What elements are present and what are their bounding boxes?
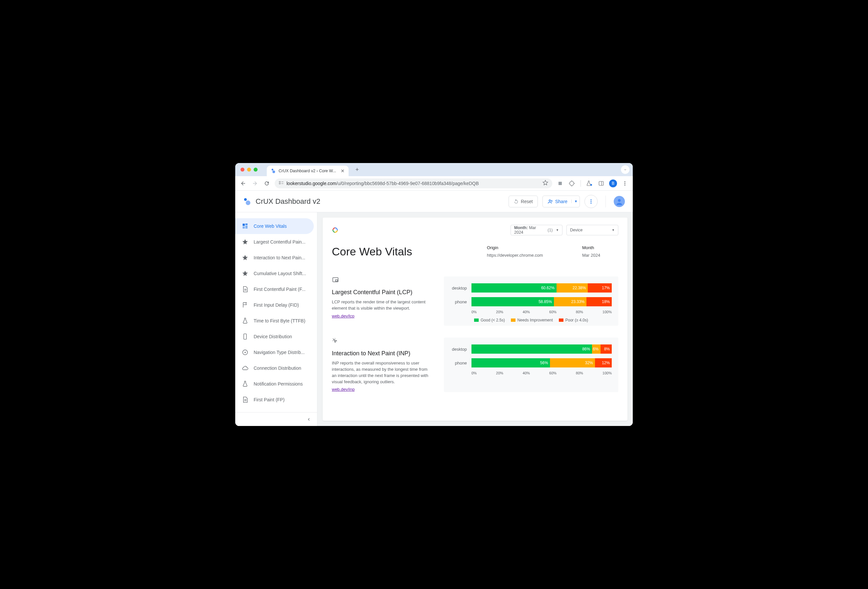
bar-segment-needs-improvement: 23.33%: [554, 297, 586, 306]
sidebar-item-label: Notification Permissions: [254, 381, 303, 386]
device-icon: [242, 333, 248, 340]
svg-point-1: [272, 170, 275, 173]
bar-row: phone 58.85% 23.33% 18%: [450, 296, 612, 307]
browser-menu-icon[interactable]: [621, 179, 629, 187]
close-window-button[interactable]: [241, 168, 244, 172]
origin-label: Origin: [487, 245, 562, 250]
sidebar-item-label: First Input Delay (FID): [254, 302, 299, 308]
reload-button[interactable]: [263, 181, 271, 186]
bar-segment-good: 56%: [471, 358, 550, 367]
sidebar-item[interactable]: Time to First Byte (TTFB): [235, 313, 314, 329]
svg-point-16: [590, 201, 591, 202]
svg-rect-20: [245, 224, 248, 225]
reset-button[interactable]: Reset: [509, 195, 538, 207]
tab-overflow-button[interactable]: [621, 165, 629, 174]
bookmark-star-icon[interactable]: [542, 180, 548, 187]
sidebar-item-label: Core Web Vitals: [254, 223, 287, 229]
looker-studio-logo-icon: [243, 198, 251, 206]
bar-category-label: phone: [450, 299, 467, 304]
filter-row: Month: Mar 2024 (1) ▼ Device ▼: [332, 225, 618, 235]
stacked-bar[interactable]: 56% 32% 12%: [471, 358, 612, 367]
sidebar-item[interactable]: Connection Distribution: [235, 360, 314, 376]
page-title: Core Web Vitals: [332, 245, 467, 258]
minimize-window-button[interactable]: [247, 168, 251, 172]
star-icon: [242, 270, 248, 277]
sidebar-item[interactable]: First Input Delay (FID): [235, 297, 314, 313]
lab-icon: [242, 380, 248, 387]
sidebar-item[interactable]: Device Distribution: [235, 329, 314, 345]
svg-rect-7: [599, 181, 604, 185]
metric-doc-link[interactable]: web.dev/lcp: [332, 314, 354, 318]
metric-doc-link[interactable]: web.dev/inp: [332, 387, 354, 392]
address-bar[interactable]: lookerstudio.google.com/u/0/reporting/bb…: [275, 179, 552, 188]
star-icon: [242, 238, 248, 245]
report-page: Month: Mar 2024 (1) ▼ Device ▼ Core Web …: [323, 218, 627, 421]
browser-tab[interactable]: CrUX Dashboard v2 › Core W... ✕: [267, 166, 348, 176]
sidebar-item[interactable]: Cumulative Layout Shift...: [235, 266, 314, 281]
svg-point-17: [590, 203, 591, 203]
tab-close-icon[interactable]: ✕: [341, 168, 345, 173]
caret-down-icon: ▼: [556, 228, 559, 232]
account-avatar[interactable]: [614, 196, 625, 207]
compass-icon: [242, 349, 248, 356]
collapse-sidebar-button[interactable]: [235, 412, 317, 426]
svg-rect-2: [279, 181, 280, 182]
svg-rect-22: [243, 226, 245, 229]
bar-row: desktop 60.62% 22.38% 17%: [450, 282, 612, 293]
toolbar-app-icon[interactable]: [556, 179, 564, 187]
person-add-icon: [547, 198, 553, 204]
back-button[interactable]: [239, 181, 247, 186]
browser-window: CrUX Dashboard v2 › Core W... ✕ + looker…: [235, 163, 633, 426]
site-settings-icon[interactable]: [279, 181, 284, 186]
bar-category-label: desktop: [450, 347, 467, 352]
kebab-icon: [588, 199, 594, 204]
forward-button[interactable]: [251, 181, 259, 186]
side-panel-icon[interactable]: [597, 179, 605, 187]
sidebar-item[interactable]: Navigation Type Distrib...: [235, 345, 314, 360]
chart-x-axis: 0%20%40%60%80%100%: [471, 371, 612, 375]
bar-segment-good: 86%: [471, 345, 592, 354]
caret-down-icon: ▼: [612, 228, 615, 232]
sidebar-item[interactable]: Interaction to Next Pain...: [235, 250, 314, 266]
labs-icon[interactable]: [586, 179, 593, 187]
chart-panel: desktop 86% 6% 8% phone 56% 32% 12% 0%20…: [444, 337, 618, 392]
cloud-icon: [242, 365, 248, 371]
bar-row: desktop 86% 6% 8%: [450, 343, 612, 355]
stacked-bar[interactable]: 58.85% 23.33% 18%: [471, 297, 612, 306]
looker-studio-favicon: [271, 168, 276, 173]
chart-panel: desktop 60.62% 22.38% 17% phone 58.85% 2…: [444, 277, 618, 326]
metric-description: INP reports the overall responsiveness t…: [332, 360, 432, 385]
extensions-icon[interactable]: [568, 179, 576, 187]
sidebar-item[interactable]: First Paint (FP): [235, 392, 314, 408]
sidebar-item[interactable]: Core Web Vitals: [235, 218, 314, 234]
stacked-bar[interactable]: 60.62% 22.38% 17%: [471, 283, 612, 293]
share-dropdown-caret[interactable]: ▼: [571, 200, 577, 203]
sidebar-item[interactable]: Notification Permissions: [235, 376, 314, 392]
svg-point-10: [624, 183, 626, 184]
bar-segment-good: 58.85%: [471, 297, 554, 306]
stacked-bar[interactable]: 86% 6% 8%: [471, 345, 612, 354]
sidebar-item[interactable]: First Contentful Paint (F...: [235, 281, 314, 297]
bar-segment-poor: 18%: [586, 297, 612, 306]
report-canvas[interactable]: Month: Mar 2024 (1) ▼ Device ▼ Core Web …: [317, 212, 633, 426]
app-header: CrUX Dashboard v2 Reset Share ▼: [235, 191, 633, 212]
sidebar: Core Web VitalsLargest Contentful Pain..…: [235, 212, 317, 426]
page-icon: [242, 397, 248, 403]
lcp-icon: [332, 277, 339, 284]
svg-point-13: [246, 200, 250, 205]
chevron-down-icon: [623, 168, 627, 172]
sidebar-item-label: Time to First Byte (TTFB): [254, 318, 305, 323]
maximize-window-button[interactable]: [254, 168, 258, 172]
sidebar-item[interactable]: Largest Contentful Pain...: [235, 234, 314, 250]
bar-segment-needs-improvement: 32%: [550, 358, 595, 367]
person-icon: [615, 197, 624, 206]
more-options-button[interactable]: [585, 195, 598, 208]
new-tab-button[interactable]: +: [353, 165, 362, 174]
share-button[interactable]: Share ▼: [542, 195, 580, 207]
month-filter[interactable]: Month: Mar 2024 (1) ▼: [511, 225, 562, 235]
profile-avatar[interactable]: B: [609, 179, 617, 187]
svg-point-9: [624, 181, 626, 182]
bar-segment-needs-improvement: 22.38%: [557, 283, 588, 293]
sidebar-item-label: Connection Distribution: [254, 366, 301, 371]
device-filter[interactable]: Device ▼: [566, 225, 618, 235]
